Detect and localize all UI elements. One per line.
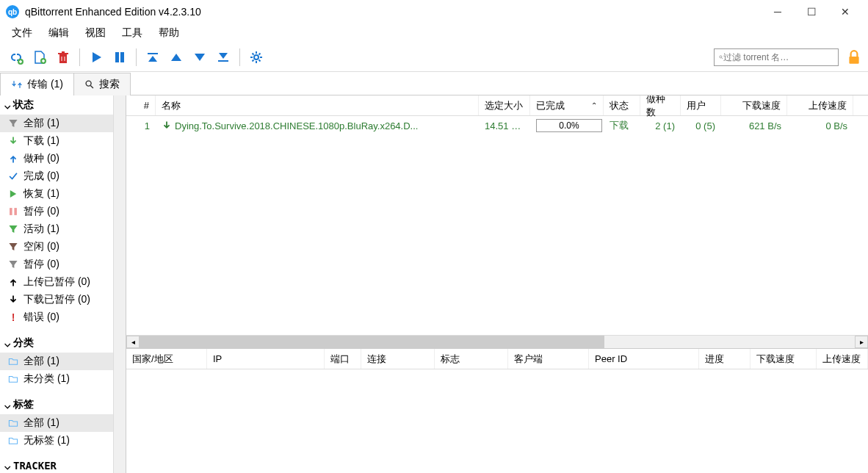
chevron-down-icon: ⌵ [4, 460, 10, 472]
toolbar-separator [79, 48, 80, 66]
pcol-flags[interactable]: 标志 [435, 349, 508, 369]
sidebar-status-header[interactable]: ⌵状态 [0, 95, 126, 115]
delete-button[interactable] [53, 47, 73, 68]
sidebar-item-upload-paused[interactable]: 上传已暂停 (0) [0, 273, 126, 291]
search-icon [84, 79, 95, 90]
pcol-upspeed[interactable]: 上传速度 [817, 349, 868, 369]
add-link-button[interactable] [6, 47, 26, 68]
sidebar-item-idle[interactable]: 空闲 (0) [0, 238, 126, 256]
pcol-port[interactable]: 端口 [325, 349, 361, 369]
sidebar-item-errored[interactable]: !错误 (0) [0, 308, 126, 326]
sidebar-item-downloading[interactable]: 下载 (1) [0, 132, 126, 150]
settings-button[interactable] [246, 47, 267, 68]
resume-button[interactable] [86, 47, 106, 68]
add-file-button[interactable] [29, 47, 50, 68]
progress-bar: 0.0% [536, 119, 602, 132]
menu-file[interactable]: 文件 [4, 24, 40, 42]
tab-row: 传输 (1) 搜索 [0, 72, 868, 95]
cell-done: 0.0% [530, 119, 604, 132]
sidebar-scrollbar[interactable] [113, 95, 126, 473]
sidebar-tags-untagged[interactable]: 无标签 (1) [0, 432, 126, 449]
move-top-button[interactable] [142, 47, 163, 68]
sort-icon: ⌃ [591, 101, 597, 109]
pcol-peerid[interactable]: Peer ID [589, 349, 699, 369]
sidebar-category-uncategorized[interactable]: 未分类 (1) [0, 370, 126, 388]
move-bottom-button[interactable] [213, 47, 234, 68]
col-dlspeed[interactable]: 下载速度 [721, 95, 787, 115]
scroll-left-button[interactable]: ◂ [126, 336, 140, 348]
svg-point-5 [720, 55, 722, 57]
sidebar-item-seeding[interactable]: 做种 (0) [0, 150, 126, 167]
pcol-progress[interactable]: 进度 [699, 349, 751, 369]
tab-transfers-label: 传输 (1) [27, 78, 63, 91]
menu-edit[interactable]: 编辑 [41, 24, 76, 42]
sidebar-item-resumed[interactable]: 恢复 (1) [0, 185, 126, 203]
menu-tools[interactable]: 工具 [115, 24, 150, 42]
pcol-client[interactable]: 客户端 [508, 349, 589, 369]
download-icon [7, 135, 19, 147]
close-button[interactable]: ✕ [828, 0, 862, 24]
col-status[interactable]: 状态 [604, 95, 640, 115]
toolbar-separator [239, 48, 240, 66]
scroll-thumb[interactable] [140, 336, 604, 348]
scroll-track[interactable] [140, 336, 855, 348]
sidebar-category-header[interactable]: ⌵分类 [0, 333, 126, 353]
svg-rect-6 [849, 56, 858, 63]
cell-seeds: 2 (1) [640, 120, 681, 131]
col-upspeed[interactable]: 上传速度 [787, 95, 853, 115]
filter-box[interactable] [714, 48, 839, 66]
minimize-button[interactable]: ─ [761, 0, 795, 24]
sidebar: ⌵状态 全部 (1) 下载 (1) 做种 (0) 完成 (0) 恢复 (1) 暂… [0, 95, 126, 473]
col-name[interactable]: 名称 [156, 95, 479, 115]
sidebar-tracker-header[interactable]: ⌵TRACKER [0, 457, 126, 473]
filter-input[interactable] [723, 52, 833, 62]
content-area: # 名称 选定大小 已完成⌃ 状态 做种数 用户 下载速度 上传速度 1 Dyi… [126, 95, 868, 473]
sidebar-item-active[interactable]: 活动 (1) [0, 220, 126, 238]
cell-status: 下载 [604, 119, 640, 132]
cell-dlspeed: 621 B/s [721, 120, 787, 131]
sidebar-item-all[interactable]: 全部 (1) [0, 115, 126, 132]
maximize-button[interactable]: ☐ [795, 0, 828, 24]
col-seeds[interactable]: 做种数 [640, 95, 681, 115]
play-icon [7, 188, 19, 200]
sidebar-item-paused[interactable]: 暂停 (0) [0, 203, 126, 220]
download-icon [162, 120, 172, 131]
pcol-country[interactable]: 国家/地区 [126, 349, 207, 369]
sidebar-tags-header[interactable]: ⌵标签 [0, 395, 126, 414]
chevron-down-icon: ⌵ [4, 399, 10, 411]
col-num[interactable]: # [126, 95, 156, 115]
transfers-icon [11, 79, 23, 90]
torrent-list: # 名称 选定大小 已完成⌃ 状态 做种数 用户 下载速度 上传速度 1 Dyi… [126, 95, 868, 335]
pause-icon [7, 206, 19, 217]
sidebar-item-paused2[interactable]: 暂停 (0) [0, 256, 126, 273]
download-icon [7, 294, 19, 306]
col-size[interactable]: 选定大小 [479, 95, 530, 115]
lock-icon[interactable] [846, 49, 862, 65]
menu-help[interactable]: 帮助 [151, 24, 187, 42]
cell-peers: 0 (5) [681, 120, 721, 131]
col-done[interactable]: 已完成⌃ [530, 95, 604, 115]
pcol-ip[interactable]: IP [207, 349, 325, 369]
torrent-header-row: # 名称 选定大小 已完成⌃ 状态 做种数 用户 下载速度 上传速度 [126, 95, 868, 116]
menu-view[interactable]: 视图 [78, 24, 113, 42]
sidebar-category-all[interactable]: 全部 (1) [0, 353, 126, 370]
svg-rect-8 [10, 208, 12, 215]
cell-upspeed: 0 B/s [787, 120, 853, 131]
sidebar-tags-all[interactable]: 全部 (1) [0, 414, 126, 432]
scroll-right-button[interactable]: ▸ [855, 336, 868, 348]
horizontal-scrollbar[interactable]: ◂ ▸ [126, 335, 868, 348]
sidebar-item-completed[interactable]: 完成 (0) [0, 167, 126, 185]
toolbar [0, 43, 868, 72]
col-peers[interactable]: 用户 [681, 95, 721, 115]
svg-rect-9 [14, 208, 17, 215]
svg-rect-3 [120, 52, 124, 62]
torrent-row[interactable]: 1 Dying.To.Survive.2018.CHINESE.1080p.Bl… [126, 116, 868, 135]
tab-transfers[interactable]: 传输 (1) [0, 73, 74, 95]
pcol-connection[interactable]: 连接 [361, 349, 435, 369]
pcol-dlspeed[interactable]: 下载速度 [751, 349, 817, 369]
sidebar-item-download-paused[interactable]: 下载已暂停 (0) [0, 291, 126, 308]
move-up-button[interactable] [166, 47, 187, 68]
pause-button[interactable] [109, 47, 130, 68]
move-down-button[interactable] [189, 47, 210, 68]
tab-search[interactable]: 搜索 [73, 73, 131, 95]
